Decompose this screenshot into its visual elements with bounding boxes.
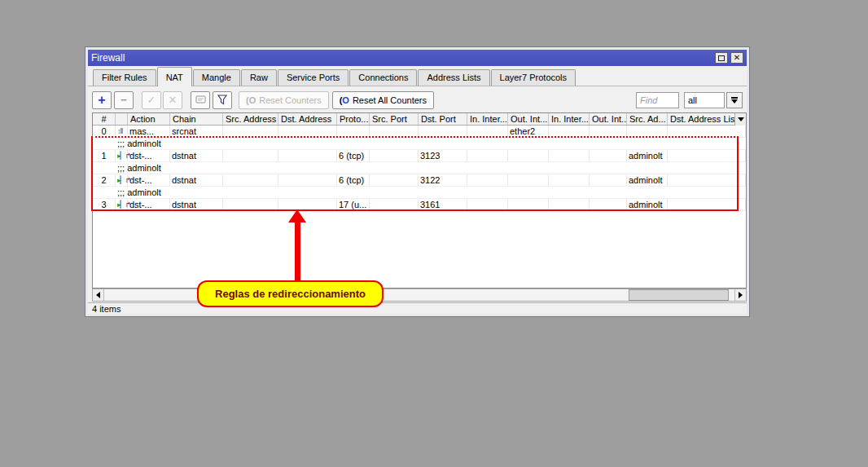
scrollbar-thumb[interactable]: [629, 289, 729, 301]
cell-dst-port: [419, 126, 467, 137]
cell-out-int-: [590, 199, 627, 210]
cell-in-inter-: [549, 199, 590, 210]
cell-action: dst-...: [128, 199, 170, 210]
cell-#: 2: [93, 174, 116, 186]
column-header-icon[interactable]: [116, 113, 128, 125]
scroll-left-button[interactable]: [93, 289, 104, 301]
chevron-down-icon: [738, 117, 744, 121]
cell-dst-address: [278, 174, 337, 186]
column-header-#[interactable]: #: [93, 113, 116, 125]
column-header-Out. Int...[interactable]: Out. Int...: [508, 113, 549, 125]
comment-row[interactable]: ;;; adminolt: [93, 138, 746, 150]
tab-raw[interactable]: Raw: [241, 69, 277, 86]
toolbar: + − ✓ ✕ (O Reset Counters (O Reset All C…: [92, 90, 743, 110]
comment-row[interactable]: ;;; adminolt: [93, 187, 746, 199]
cell-in-inter-: [467, 174, 508, 186]
cell-src-ad-: [627, 126, 668, 137]
cell-proto-: 17 (u...: [337, 199, 370, 210]
check-icon: ✓: [147, 94, 156, 106]
cell-dst-address-lis: [668, 150, 746, 161]
scroll-right-button[interactable]: [734, 289, 746, 301]
callout-text: Reglas de redireccionamiento: [215, 288, 366, 300]
remove-rule-button[interactable]: −: [114, 91, 134, 109]
cell-chain: dstnat: [170, 199, 223, 210]
cell-src-address: [223, 174, 278, 186]
window-titlebar[interactable]: Firewall ✕: [88, 50, 747, 66]
cell-action: dst-...: [128, 150, 170, 161]
cell-src-port: [370, 174, 419, 186]
cell-in-inter-: [467, 150, 508, 161]
cell-out-int-: [590, 174, 627, 186]
cell-proto-: 6 (tcp): [337, 150, 370, 161]
comment-row[interactable]: ;;; adminolt: [93, 162, 746, 174]
cell-out-int-: [590, 126, 627, 137]
cell-in-inter-: [549, 150, 590, 161]
column-header-Action[interactable]: Action: [128, 113, 170, 125]
column-menu-button[interactable]: [734, 113, 746, 126]
nat-rule-row[interactable]: 1▸▏↱dst-...dstnat6 (tcp)3123adminolt: [93, 150, 746, 162]
annotation-callout: Reglas de redireccionamiento: [197, 280, 384, 307]
tab-connections[interactable]: Connections: [349, 69, 417, 86]
filter-button[interactable]: [213, 91, 232, 109]
find-input[interactable]: [636, 92, 679, 108]
add-rule-button[interactable]: +: [92, 91, 112, 109]
reset-counters-icon: (O: [246, 95, 256, 105]
status-bar: 4 items: [88, 302, 747, 315]
annotation-arrowhead-icon: [288, 209, 306, 222]
filter-scope-dropdown[interactable]: all: [684, 92, 725, 108]
cell-src-ad-: adminolt: [627, 174, 668, 186]
cell-src-port: [370, 126, 419, 137]
cell-dst-port: 3122: [419, 174, 467, 186]
dst-nat-icon: ▸▏↱: [116, 150, 128, 161]
column-header-In. Inter...[interactable]: In. Inter...: [549, 113, 590, 125]
desktop-background: Firewall ✕ Filter RulesNATMangleRawServi…: [0, 0, 868, 467]
reset-all-counters-button[interactable]: (O Reset All Counters: [332, 91, 434, 109]
column-header-Dst. Port[interactable]: Dst. Port: [419, 113, 467, 125]
firewall-window: Firewall ✕ Filter RulesNATMangleRawServi…: [85, 46, 750, 317]
tab-layer7-protocols[interactable]: Layer7 Protocols: [491, 69, 576, 86]
column-header-Dst. Address[interactable]: Dst. Address: [278, 113, 337, 125]
cell-in-inter-: [549, 126, 590, 137]
cell-dst-address-lis: [668, 126, 746, 137]
cell-proto-: 6 (tcp): [337, 174, 370, 186]
nat-rule-row[interactable]: 3▸▏↱dst-...dstnat17 (u...3161adminolt: [93, 199, 746, 211]
maximize-icon: [718, 55, 725, 61]
column-header-Src. Ad...[interactable]: Src. Ad...: [627, 113, 668, 125]
reset-counters-button[interactable]: (O Reset Counters: [239, 91, 329, 109]
dst-nat-icon: ▸▏↱: [116, 174, 128, 186]
disable-rule-button[interactable]: ✕: [163, 91, 182, 109]
cell-dst-address: [278, 126, 337, 137]
column-header-Chain[interactable]: Chain: [170, 113, 223, 125]
cell-dst-port: 3123: [419, 150, 467, 161]
table-body: 0↕‖mas...srcnatether2;;; adminolt1▸▏↱dst…: [93, 126, 746, 211]
cell-chain: srcnat: [170, 126, 223, 137]
comment-button[interactable]: [191, 91, 210, 109]
tab-nat[interactable]: NAT: [157, 67, 192, 86]
dropdown-arrow-button[interactable]: [726, 92, 743, 108]
tab-mangle[interactable]: Mangle: [193, 69, 240, 86]
cell-in-inter-: [467, 199, 508, 210]
cell-src-port: [370, 199, 419, 210]
column-header-Src. Port[interactable]: Src. Port: [370, 113, 419, 125]
cell-action: mas...: [128, 126, 170, 137]
enable-rule-button[interactable]: ✓: [142, 91, 161, 109]
window-title: Firewall: [91, 52, 715, 64]
column-header-Proto...[interactable]: Proto...: [337, 113, 370, 125]
column-header-Src. Address[interactable]: Src. Address: [223, 113, 278, 125]
cell-chain: dstnat: [170, 150, 223, 161]
cell-dst-address-lis: [668, 174, 746, 186]
cell-dst-address: [278, 150, 337, 161]
tab-service-ports[interactable]: Service Ports: [278, 69, 349, 86]
close-icon: ✕: [734, 54, 740, 62]
column-header-Out. Int...[interactable]: Out. Int...: [590, 113, 627, 125]
nat-rule-row[interactable]: 2▸▏↱dst-...dstnat6 (tcp)3122adminolt: [93, 174, 746, 187]
maximize-button[interactable]: [715, 52, 728, 64]
nat-rule-row[interactable]: 0↕‖mas...srcnatether2: [93, 126, 746, 138]
tab-address-lists[interactable]: Address Lists: [418, 69, 489, 86]
tab-filter-rules[interactable]: Filter Rules: [93, 69, 156, 86]
close-button[interactable]: ✕: [730, 52, 743, 64]
funnel-icon: [217, 95, 228, 105]
cell-dst-address: [278, 199, 337, 210]
column-header-In. Inter...[interactable]: In. Inter...: [467, 113, 508, 125]
horizontal-scrollbar[interactable]: [92, 289, 747, 302]
